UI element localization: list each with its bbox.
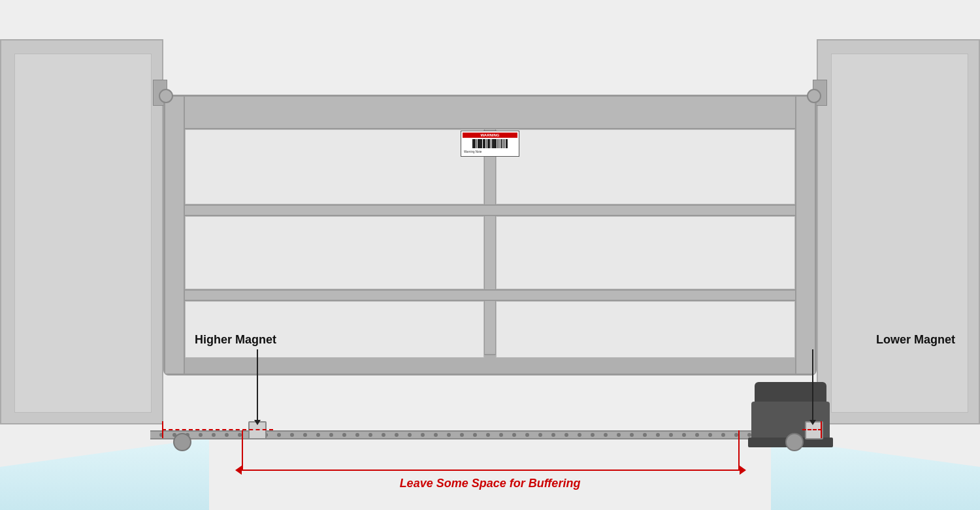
track-dot [408,433,412,437]
track-dot [199,433,203,437]
gate-panel-mid-right [496,216,795,289]
wheel-right [785,433,804,451]
scene: WARNING Warning Note [0,0,980,510]
buffer-arrow-right [740,466,746,475]
wall-right [817,39,980,424]
track-dot [643,433,647,437]
red-bracket-right [821,421,822,438]
gate-panel-bottom-right [496,301,795,358]
buffer-line [242,470,738,471]
track-dot [578,433,581,437]
red-measurement-line-right [802,429,822,430]
track-dot [564,433,568,437]
track-dot [695,433,699,437]
gate-panel-top-left [185,129,484,204]
buffer-line-right-leg [738,430,740,471]
track-dot [682,433,686,437]
gate-horizontal-bar-2 [185,289,795,301]
track-dot [630,433,634,437]
track-dot [277,433,281,437]
track-dot [382,433,385,437]
gate-top-bar [165,97,815,129]
lower-magnet-arrow [812,349,813,421]
track-dot [421,433,425,437]
track-dot [212,433,216,437]
track-dot [486,433,490,437]
track-dot [303,433,307,437]
track-dot [591,433,595,437]
track-dot [225,433,229,437]
gate-horizontal-bar-1 [185,204,795,216]
wall-right-inner [831,54,968,413]
track-dot [473,433,477,437]
gate-mid-bar [483,129,497,354]
floor-right [771,438,980,510]
track-dot [316,433,320,437]
higher-magnet-arrow [257,349,258,421]
buffer-text: Leave Some Space for Buffering [400,477,581,490]
wall-left [0,39,163,424]
gate-left-bar [165,97,185,374]
track-dot [538,433,542,437]
lower-magnet-label: Lower Magnet [876,333,955,347]
red-measurement-line-left [162,429,273,430]
track-dot [604,433,608,437]
gate-panel-bottom-left [185,301,484,358]
track-dot [551,433,555,437]
track-dot [656,433,660,437]
warning-barcode [463,139,517,148]
track-dot [617,433,621,437]
corner-connector-top-right [807,89,821,103]
wall-left-inner [14,54,152,413]
track-dot [721,433,725,437]
track-dot [669,433,673,437]
track-dot [447,433,451,437]
buffer-arrow-left [235,466,242,475]
track-dot [290,433,294,437]
track-dot [434,433,438,437]
track-dot [395,433,399,437]
red-bracket-left [162,421,163,438]
track-dot [460,433,464,437]
higher-magnet-label: Higher Magnet [195,333,276,347]
warning-label-text: Warning Note [463,150,517,155]
track-dot [329,433,333,437]
track-dot [368,433,372,437]
track-dot [342,433,346,437]
corner-connector-top-left [159,89,173,103]
track-dot [512,433,516,437]
buffer-line-left-leg [242,430,243,471]
warning-label-title: WARNING [463,133,517,138]
warning-label: WARNING Warning Note [461,131,519,157]
wheel-left [173,433,191,451]
track-dot [708,433,712,437]
track-dot [499,433,503,437]
gate-right-bar [795,97,815,374]
track-dot [525,433,529,437]
gate-panel-mid-left [185,216,484,289]
gate-panel-top-right [496,129,795,204]
track-dot [355,433,359,437]
